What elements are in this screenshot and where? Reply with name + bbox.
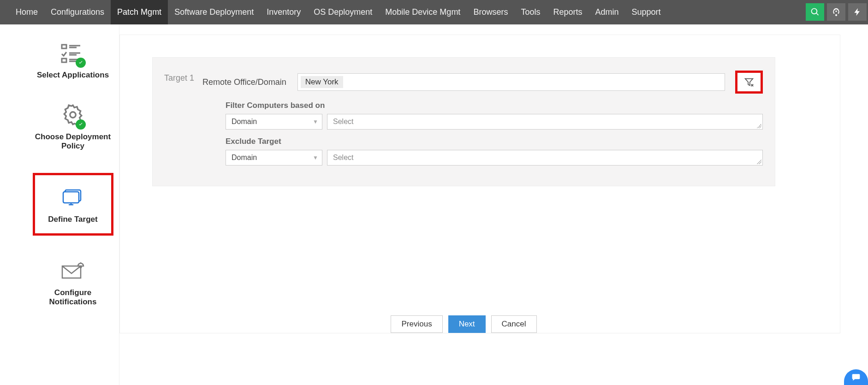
nav-support[interactable]: Support — [625, 0, 667, 24]
step-label: Select Applications — [37, 71, 109, 80]
exclude-target-label: Exclude Target — [226, 137, 763, 146]
filter-computers-label: Filter Computers based on — [226, 101, 763, 110]
target-number-label: Target 1 — [153, 71, 194, 173]
nav-browsers[interactable]: Browsers — [467, 0, 514, 24]
svg-point-15 — [80, 267, 82, 268]
svg-point-8 — [70, 112, 76, 118]
step-choose-deployment-policy[interactable]: Choose Deployment Policy — [33, 102, 113, 151]
svg-rect-5 — [62, 59, 66, 62]
chat-icon — [850, 373, 862, 382]
clear-filter-button[interactable] — [735, 71, 763, 94]
nav-mobile-device-mgmt[interactable]: Mobile Device Mgmt — [379, 0, 467, 24]
nav-software-deployment[interactable]: Software Deployment — [168, 0, 260, 24]
exclude-type-dropdown[interactable]: Domain ▼ — [226, 150, 322, 166]
nav-reports[interactable]: Reports — [547, 0, 589, 24]
wizard-footer: Previous Next Cancel — [152, 315, 775, 333]
top-nav: Home Configurations Patch Mgmt Software … — [0, 0, 868, 24]
step-label: Configure Notifications — [33, 288, 113, 307]
search-button[interactable] — [806, 3, 824, 21]
lightning-icon — [853, 7, 862, 17]
next-button[interactable]: Next — [448, 315, 486, 333]
step-define-target[interactable]: Define Target — [33, 173, 113, 236]
previous-button[interactable]: Previous — [391, 315, 442, 333]
exclude-value-select[interactable]: Select — [327, 150, 763, 166]
step-label: Choose Deployment Policy — [33, 132, 113, 151]
filter-value-placeholder: Select — [333, 118, 353, 126]
quick-actions-button[interactable] — [848, 3, 867, 21]
nav-configurations[interactable]: Configurations — [44, 0, 111, 24]
exclude-value-placeholder: Select — [333, 154, 353, 162]
check-badge-icon — [76, 119, 86, 130]
resize-handle-icon — [757, 160, 761, 164]
main-content: Target 1 Remote Office/Domain New York — [119, 24, 868, 385]
remote-office-label: Remote Office/Domain — [202, 77, 286, 87]
resize-handle-icon — [757, 124, 761, 128]
rocket-icon — [832, 7, 841, 17]
chevron-down-icon: ▼ — [313, 118, 318, 125]
svg-rect-10 — [63, 192, 79, 203]
nav-home[interactable]: Home — [9, 0, 44, 24]
exclude-type-value: Domain — [232, 154, 257, 162]
nav-admin[interactable]: Admin — [589, 0, 625, 24]
svg-rect-0 — [62, 45, 66, 48]
search-icon — [810, 7, 820, 17]
nav-tools[interactable]: Tools — [514, 0, 547, 24]
cancel-button[interactable]: Cancel — [491, 315, 537, 333]
filter-type-dropdown[interactable]: Domain ▼ — [226, 114, 322, 130]
nav-inventory[interactable]: Inventory — [260, 0, 307, 24]
filter-type-value: Domain — [232, 118, 257, 126]
filter-clear-icon — [744, 77, 754, 87]
monitor-icon — [62, 188, 83, 207]
chevron-down-icon: ▼ — [313, 154, 318, 161]
domain-chip[interactable]: New York — [301, 76, 343, 88]
nav-patch-mgmt[interactable]: Patch Mgmt — [111, 0, 168, 24]
wizard-sidebar: Select Applications Choose Deployment Po… — [27, 24, 119, 385]
nav-os-deployment[interactable]: OS Deployment — [307, 0, 379, 24]
filter-value-select[interactable]: Select — [327, 114, 763, 130]
remote-office-input[interactable]: New York — [297, 73, 725, 91]
mail-notification-icon — [60, 261, 85, 280]
step-configure-notifications[interactable]: Configure Notifications — [33, 258, 113, 307]
check-badge-icon — [76, 58, 86, 68]
step-label: Define Target — [48, 215, 97, 224]
target-block: Target 1 Remote Office/Domain New York — [152, 57, 775, 186]
step-select-applications[interactable]: Select Applications — [33, 40, 113, 80]
launch-button[interactable] — [827, 3, 845, 21]
target-card: Target 1 Remote Office/Domain New York — [119, 35, 840, 333]
